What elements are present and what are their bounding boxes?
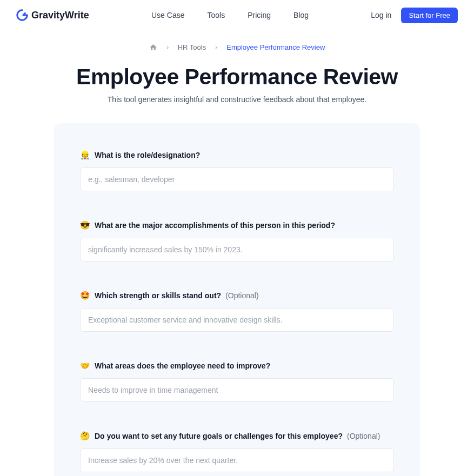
field-label: What areas does the employee need to imp… [95,361,270,370]
breadcrumb-level-1[interactable]: HR Tools [178,43,206,51]
start-free-button[interactable]: Start for Free [401,8,458,23]
header: GravityWrite Use Case Tools Pricing Blog… [0,0,474,30]
field-label: What is the role/designation? [95,151,200,159]
home-icon[interactable] [149,43,157,51]
role-input[interactable] [80,167,394,191]
field-optional: (Optional) [225,291,258,300]
field-optional: (Optional) [347,432,380,440]
thinking-icon: 🤔 [80,431,90,441]
login-link[interactable]: Log in [371,11,391,19]
worker-icon: 👷 [80,150,90,160]
field-accomplishments: 😎 What are the major accomplishments of … [80,220,394,262]
breadcrumb-current: Employee Performance Review [226,43,325,51]
field-label: What are the major accomplishments of th… [95,221,335,230]
chevron-right-icon [165,45,170,50]
page-heading: Employee Performance Review This tool ge… [0,56,474,108]
field-goals: 🤔 Do you want to set any future goals or… [80,431,394,472]
field-strengths: 🤩 Which strength or skills stand out? (O… [80,291,394,332]
handshake-icon: 🤝 [80,361,90,371]
field-role: 👷 What is the role/designation? [80,150,394,191]
nav-tools[interactable]: Tools [207,11,225,19]
page-title: Employee Performance Review [0,64,474,90]
goals-input[interactable] [80,448,394,472]
strengths-input[interactable] [80,308,394,332]
nav-use-case[interactable]: Use Case [151,11,184,19]
logo[interactable]: GravityWrite [16,9,89,21]
improve-input[interactable] [80,378,394,402]
logo-text: GravityWrite [31,10,89,21]
breadcrumb: HR Tools Employee Performance Review [0,30,474,56]
main-nav: Use Case Tools Pricing Blog [151,11,309,19]
logo-icon [16,9,28,21]
chevron-right-icon [213,45,219,50]
form-panel: 👷 What is the role/designation? 😎 What a… [54,123,420,476]
field-label: Which strength or skills stand out? [95,291,221,300]
nav-blog[interactable]: Blog [293,11,309,19]
sunglasses-icon: 😎 [80,220,90,230]
page-subtitle: This tool generates insightful and const… [0,95,474,104]
field-label: Do you want to set any future goals or c… [95,432,343,440]
nav-pricing[interactable]: Pricing [248,11,271,19]
star-eyes-icon: 🤩 [80,291,90,300]
accomplishments-input[interactable] [80,238,394,262]
header-right: Log in Start for Free [371,8,458,23]
field-improve: 🤝 What areas does the employee need to i… [80,361,394,402]
